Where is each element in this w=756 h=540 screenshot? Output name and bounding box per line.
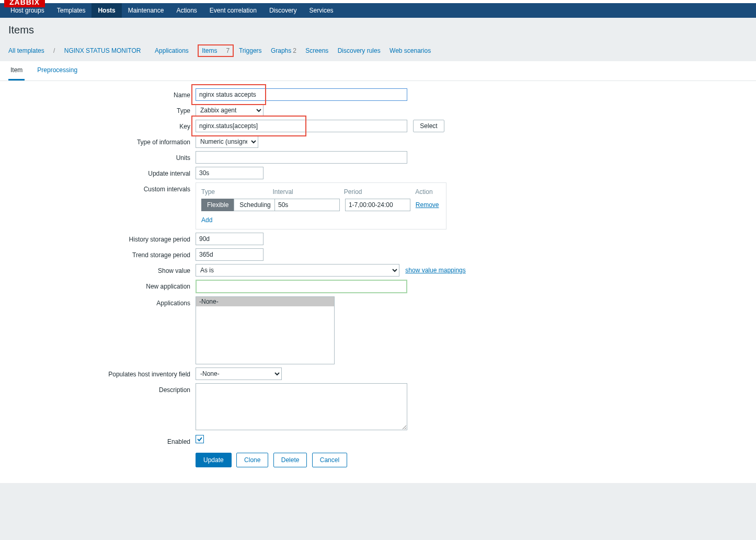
nav-services[interactable]: Services xyxy=(303,3,340,18)
label-show-value: Show value xyxy=(8,264,196,274)
enabled-checkbox[interactable] xyxy=(196,435,204,443)
description-textarea[interactable] xyxy=(196,383,407,430)
page-title: Items xyxy=(8,24,748,36)
label-populates: Populates host inventory field xyxy=(8,367,196,378)
show-value-select[interactable]: As is xyxy=(196,264,399,277)
show-value-mappings-link[interactable]: show value mappings xyxy=(405,267,465,274)
subnav-triggers[interactable]: Triggers xyxy=(239,47,262,54)
main-nav: Host groups Templates Hosts Maintenance … xyxy=(0,3,756,18)
type-of-info-select[interactable]: Numeric (unsigned) xyxy=(196,135,258,148)
subnav-applications[interactable]: Applications xyxy=(155,47,189,54)
breadcrumb-template[interactable]: NGINX STATUS MONITOR xyxy=(64,47,141,54)
new-application-input[interactable] xyxy=(196,280,407,293)
label-enabled: Enabled xyxy=(8,435,196,445)
delete-button[interactable]: Delete xyxy=(273,453,307,467)
label-name: Name xyxy=(8,88,196,99)
ci-flexible-button[interactable]: Flexible xyxy=(201,199,234,211)
label-key: Key xyxy=(8,120,196,130)
subnav-items-count: 7 xyxy=(226,47,230,54)
clone-button[interactable]: Clone xyxy=(236,453,268,467)
subnav-screens[interactable]: Screens xyxy=(305,47,328,54)
label-units: Units xyxy=(8,151,196,162)
nav-event-correlation[interactable]: Event correlation xyxy=(203,3,263,18)
nav-maintenance[interactable]: Maintenance xyxy=(122,3,170,18)
label-update-interval: Update interval xyxy=(8,167,196,177)
tabs: Item Preprocessing xyxy=(0,61,756,81)
label-type-of-info: Type of information xyxy=(8,135,196,146)
ci-header-period: Period xyxy=(344,188,415,196)
breadcrumb: All templates / NGINX STATUS MONITOR App… xyxy=(0,40,756,61)
subnav-items[interactable]: Items xyxy=(202,47,217,54)
tab-item[interactable]: Item xyxy=(8,61,25,81)
key-select-button[interactable]: Select xyxy=(413,120,444,132)
check-icon xyxy=(197,436,202,442)
label-applications: Applications xyxy=(8,296,196,307)
applications-listbox[interactable]: -None- xyxy=(196,296,335,364)
type-select[interactable]: Zabbix agent xyxy=(196,104,264,117)
nav-templates[interactable]: Templates xyxy=(51,3,92,18)
subnav-graphs[interactable]: Graphs2 xyxy=(271,47,296,54)
item-form: Name Type Zabbix agent Key Select Type o… xyxy=(0,81,756,483)
name-input[interactable] xyxy=(196,88,407,101)
subnav-web-scenarios[interactable]: Web scenarios xyxy=(390,47,431,54)
custom-intervals-box: Type Interval Period Action Flexible Sch… xyxy=(196,182,446,229)
label-type: Type xyxy=(8,104,196,114)
label-trend: Trend storage period xyxy=(8,248,196,259)
label-history: History storage period xyxy=(8,233,196,243)
tab-preprocessing[interactable]: Preprocessing xyxy=(35,61,79,81)
ci-interval-input[interactable] xyxy=(274,199,340,211)
label-new-application: New application xyxy=(8,280,196,290)
subnav-items-highlight: Items7 xyxy=(198,44,234,57)
ci-add-link[interactable]: Add xyxy=(201,216,212,224)
update-interval-input[interactable] xyxy=(196,167,264,179)
subnav-discovery-rules[interactable]: Discovery rules xyxy=(338,47,381,54)
ci-header-type: Type xyxy=(201,188,272,196)
key-input[interactable] xyxy=(196,120,407,132)
nav-actions[interactable]: Actions xyxy=(170,3,203,18)
zabbix-logo: ZABBIX xyxy=(4,0,45,7)
cancel-button[interactable]: Cancel xyxy=(312,453,347,467)
nav-discovery[interactable]: Discovery xyxy=(263,3,303,18)
ci-remove-link[interactable]: Remove xyxy=(416,201,439,209)
ci-scheduling-button[interactable]: Scheduling xyxy=(234,199,276,211)
nav-hosts[interactable]: Hosts xyxy=(91,3,121,18)
trend-input[interactable] xyxy=(196,248,264,261)
units-input[interactable] xyxy=(196,151,407,164)
applications-option-none[interactable]: -None- xyxy=(196,297,334,306)
breadcrumb-sep: / xyxy=(53,47,55,54)
update-button[interactable]: Update xyxy=(196,453,232,467)
ci-header-interval: Interval xyxy=(272,188,343,196)
ci-header-action: Action xyxy=(415,188,441,196)
populates-select[interactable]: -None- xyxy=(196,367,282,380)
label-custom-intervals: Custom intervals xyxy=(8,182,196,193)
ci-period-input[interactable] xyxy=(345,199,410,211)
breadcrumb-all-templates[interactable]: All templates xyxy=(8,47,44,54)
label-description: Description xyxy=(8,383,196,394)
history-input[interactable] xyxy=(196,233,264,245)
